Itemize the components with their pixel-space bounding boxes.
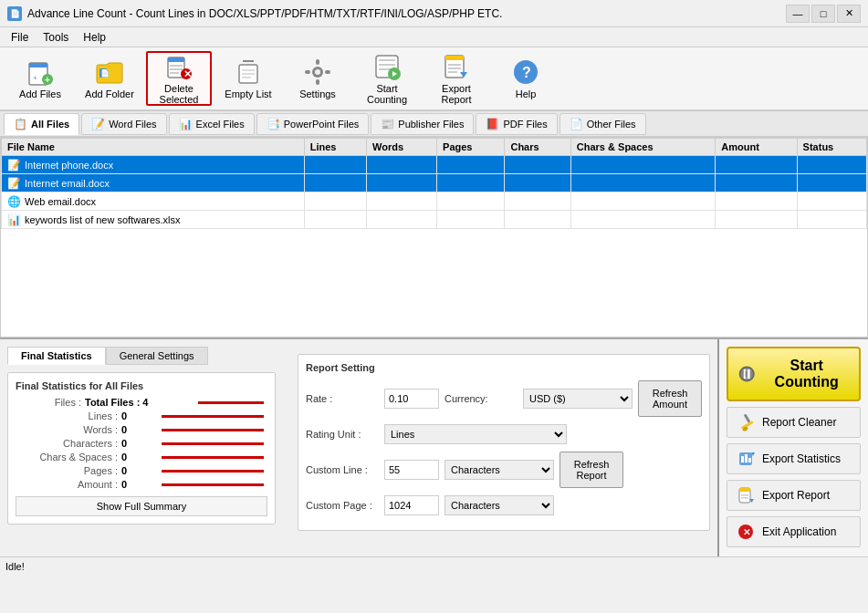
- table-row[interactable]: 🌐 Web email.docx: [2, 192, 867, 211]
- tabs-bar: 📋 All Files 📝 Word Files 📊 Excel Files 📑…: [0, 111, 868, 137]
- bottom-tab-general-settings[interactable]: General Settings: [106, 347, 208, 365]
- bottom-tab-final-statistics[interactable]: Final Statistics: [7, 347, 106, 365]
- file-amount: [716, 156, 797, 174]
- tab-pdf-files[interactable]: 📕 PDF Files: [476, 113, 557, 135]
- svg-text:📄: 📄: [100, 68, 110, 78]
- svg-rect-49: [748, 458, 751, 462]
- svg-rect-11: [170, 72, 179, 74]
- help-button[interactable]: ? Help: [493, 51, 559, 106]
- file-name-text: keywords list of new softwares.xlsx: [25, 214, 181, 225]
- file-lines: [304, 192, 366, 211]
- file-status: [797, 211, 866, 229]
- app-icon: 📄: [7, 6, 22, 21]
- currency-select[interactable]: USD ($) EUR (€) GBP (£): [523, 389, 633, 409]
- tab-publisher-files[interactable]: 📰 Publisher Files: [371, 113, 474, 135]
- add-files-icon: + +: [26, 57, 55, 87]
- custom-line-row: Custom Line : Characters Words RefreshRe…: [306, 452, 702, 488]
- svg-text:✕: ✕: [183, 68, 192, 79]
- svg-rect-16: [242, 73, 255, 75]
- stat-label-chars-spaces: Chars & Spaces :: [16, 452, 121, 462]
- svg-rect-42: [746, 371, 748, 378]
- refresh-report-button[interactable]: RefreshReport: [559, 452, 623, 488]
- stat-row-amount: Amount : 0: [16, 479, 267, 490]
- refresh-amount-button[interactable]: RefreshAmount: [638, 380, 702, 417]
- tab-excel-files[interactable]: 📊 Excel Files: [169, 113, 255, 135]
- menu-tools[interactable]: Tools: [36, 29, 76, 46]
- menu-file[interactable]: File: [4, 29, 36, 46]
- custom-line-unit-select[interactable]: Characters Words: [444, 460, 554, 480]
- file-lines: [304, 211, 366, 229]
- rate-label: Rate :: [306, 393, 379, 404]
- stats-group: Final Statistics for All Files Files : T…: [7, 372, 276, 525]
- rating-unit-select[interactable]: Lines Words Characters Pages: [384, 424, 567, 444]
- tab-other-files[interactable]: 📄 Other Files: [559, 113, 646, 135]
- report-cleaner-button[interactable]: Report Cleaner: [727, 407, 861, 438]
- export-statistics-icon: [737, 450, 755, 468]
- stat-bar-lines: [162, 415, 264, 418]
- empty-list-icon: [234, 57, 263, 87]
- exit-application-label: Exit Application: [762, 525, 836, 538]
- table-row[interactable]: 📝 Internet email.docx: [2, 174, 867, 192]
- file-words: [367, 174, 437, 192]
- file-pages: [437, 192, 505, 211]
- stat-value-pages: 0: [121, 465, 158, 476]
- col-header-words: Words: [367, 139, 437, 156]
- file-pages: [437, 174, 505, 192]
- svg-rect-45: [744, 414, 751, 423]
- tab-word-files[interactable]: 📝 Word Files: [81, 113, 166, 135]
- svg-rect-32: [448, 64, 461, 66]
- close-button[interactable]: ✕: [837, 5, 861, 23]
- svg-rect-47: [741, 456, 744, 462]
- export-statistics-label: Export Statistics: [762, 452, 841, 465]
- file-name-cell: 🌐 Web email.docx: [2, 192, 305, 211]
- delete-selected-button[interactable]: ✕ Delete Selected: [146, 51, 212, 106]
- table-row[interactable]: 📊 keywords list of new softwares.xlsx: [2, 211, 867, 229]
- menu-help[interactable]: Help: [76, 29, 113, 46]
- add-folder-label: Add Folder: [85, 88, 134, 99]
- exit-application-button[interactable]: ✕ Exit Application: [727, 516, 861, 547]
- file-lines: [304, 174, 366, 192]
- custom-page-unit-select[interactable]: Characters Words: [444, 495, 554, 515]
- export-report-right-button[interactable]: Export Report: [727, 480, 861, 511]
- export-report-button[interactable]: Export Report: [424, 51, 489, 106]
- bottom-left-panel: Final Statistics General Settings Final …: [0, 339, 717, 556]
- empty-list-button[interactable]: Empty List: [215, 51, 281, 106]
- right-panel: Start Counting Report Cleaner: [717, 339, 868, 556]
- start-counting-main-button[interactable]: Start Counting: [727, 347, 861, 401]
- stat-bar-files: [198, 401, 264, 404]
- add-folder-button[interactable]: 📄 Add Folder: [77, 51, 142, 106]
- file-pages: [437, 156, 505, 174]
- table-row[interactable]: 📝 Internet phone.docx: [2, 156, 867, 174]
- minimize-button[interactable]: —: [786, 5, 810, 23]
- stat-row-lines: Lines : 0: [16, 410, 267, 421]
- file-name-text: Internet phone.docx: [25, 160, 113, 171]
- rate-input[interactable]: [384, 389, 439, 409]
- export-report-label: Export Report: [428, 83, 485, 105]
- delete-selected-label: Delete Selected: [152, 83, 206, 105]
- file-chars: [505, 174, 570, 192]
- help-label: Help: [516, 88, 537, 99]
- file-chars-spaces: [570, 211, 715, 229]
- start-counting-button[interactable]: Start Counting: [354, 51, 420, 106]
- svg-rect-8: [168, 57, 184, 62]
- tab-powerpoint-files[interactable]: 📑 PowerPoint Files: [256, 113, 370, 135]
- tab-all-files[interactable]: 📋 All Files: [4, 113, 79, 135]
- custom-line-input[interactable]: [384, 460, 439, 480]
- custom-page-label: Custom Page :: [306, 500, 379, 511]
- svg-rect-53: [741, 494, 748, 496]
- custom-page-input[interactable]: [384, 495, 439, 515]
- add-files-button[interactable]: + + Add Files: [7, 51, 73, 106]
- svg-text:+: +: [33, 74, 37, 82]
- stat-value-files: Total Files : 4: [85, 397, 194, 408]
- export-statistics-button[interactable]: Export Statistics: [727, 443, 861, 474]
- svg-rect-52: [739, 488, 750, 492]
- settings-button[interactable]: Settings: [285, 51, 350, 106]
- show-full-summary-button[interactable]: Show Full Summary: [16, 496, 267, 516]
- file-name-cell: 📊 keywords list of new softwares.xlsx: [2, 211, 305, 229]
- stat-row-words: Words : 0: [16, 424, 267, 435]
- file-chars: [505, 192, 570, 211]
- stat-value-lines: 0: [121, 410, 158, 421]
- export-report-right-label: Export Report: [762, 489, 830, 502]
- svg-rect-20: [316, 59, 319, 65]
- maximize-button[interactable]: □: [811, 5, 835, 23]
